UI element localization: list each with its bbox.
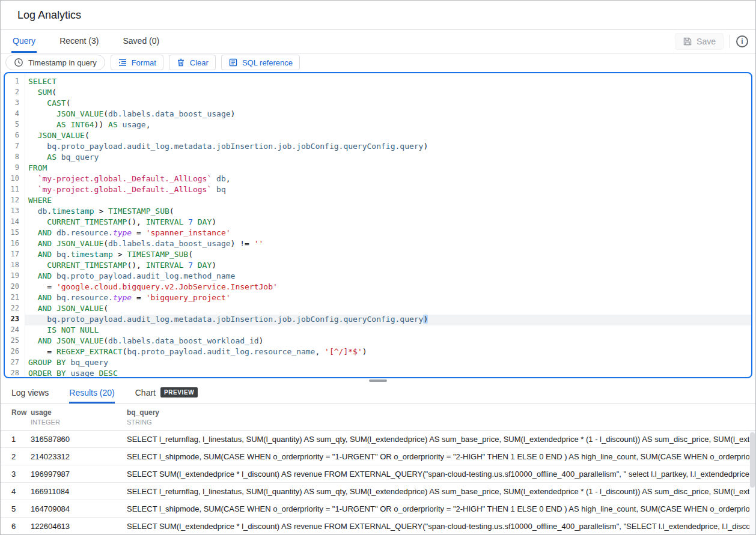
code-line[interactable]: AND bq.timestamp > TIMESTAMP_SUB( — [25, 250, 751, 261]
timestamp-in-query-chip[interactable]: Timestamp in query — [5, 55, 105, 70]
trash-icon — [176, 58, 186, 67]
code-line[interactable]: `my-project.global._Default._AllLogs` bq — [25, 185, 751, 196]
table-cell: 122604613 — [31, 522, 127, 531]
code-line[interactable]: AS bq_query — [25, 153, 751, 163]
tab-recent[interactable]: Recent (3) — [58, 30, 100, 53]
code-line[interactable]: JSON_VALUE(db.labels.data_boost_usage) — [25, 109, 751, 120]
code-line[interactable]: SELECT — [25, 77, 751, 88]
code-line[interactable]: db.timestamp > TIMESTAMP_SUB( — [25, 207, 751, 217]
table-cell: 214023312 — [31, 452, 127, 461]
code-line[interactable]: `my-project.global._Default._AllLogs` db… — [25, 174, 751, 185]
format-button[interactable]: Format — [111, 55, 163, 70]
column-header-usage[interactable]: usage INTEGER — [31, 404, 127, 430]
app-header: Log Analytics — [1, 1, 755, 30]
log-analytics-page: Log Analytics Query Recent (3) Saved (0)… — [0, 0, 756, 535]
save-icon — [683, 37, 692, 46]
results-scrollbar[interactable] — [749, 431, 755, 534]
table-row[interactable]: 1316587860SELECT l_returnflag, l_linesta… — [1, 431, 755, 448]
clock-icon — [14, 58, 23, 67]
format-button-label: Format — [132, 58, 156, 67]
column-type: STRING — [127, 419, 755, 426]
clear-button[interactable]: Clear — [169, 55, 216, 70]
table-row[interactable]: 2214023312SELECT l_shipmode, SUM(CASE WH… — [1, 448, 755, 465]
code-line[interactable]: = REGEXP_EXTRACT(bq.proto_payload.audit_… — [25, 347, 751, 358]
results-scrollbar-thumb[interactable] — [750, 432, 755, 488]
table-cell: 5 — [1, 504, 31, 513]
editor-gutter: 1234567891011121314151617181920212223242… — [5, 73, 25, 377]
code-line[interactable]: bq.proto_payload.audit_log.metadata.jobI… — [25, 315, 751, 325]
query-tabbar: Query Recent (3) Saved (0) Save i — [1, 30, 755, 53]
code-line[interactable]: GROUP BY bq_query — [25, 358, 751, 369]
code-line[interactable]: AS INT64)) AS usage, — [25, 120, 751, 131]
table-cell: 4 — [1, 487, 31, 496]
column-header-bq-query[interactable]: bq_query STRING — [127, 404, 755, 430]
preview-badge: PREVIEW — [160, 387, 198, 397]
code-line[interactable]: FROM — [25, 163, 751, 174]
code-line[interactable]: AND JSON_VALUE(db.labels.data_boost_usag… — [25, 239, 751, 250]
column-name: usage — [31, 408, 127, 417]
sql-editor[interactable]: 1234567891011121314151617181920212223242… — [4, 72, 752, 378]
table-cell: 166911084 — [31, 487, 127, 496]
code-line[interactable]: CAST( — [25, 98, 751, 109]
column-header-row[interactable]: Row — [1, 404, 31, 430]
column-name: bq_query — [127, 408, 755, 417]
query-tabs: Query Recent (3) Saved (0) — [11, 30, 160, 53]
tab-log-views[interactable]: Log views — [11, 383, 49, 404]
code-line[interactable]: AND bq.resource.type = 'bigquery_project… — [25, 293, 751, 304]
tabbar-actions: Save i — [675, 30, 749, 53]
tab-query[interactable]: Query — [11, 30, 37, 53]
sql-reference-button-label: SQL reference — [242, 58, 293, 67]
table-cell: SELECT l_shipmode, SUM(CASE WHEN o_order… — [127, 452, 755, 461]
query-toolbar: Timestamp in query Format Clear — [1, 53, 755, 71]
tab-results[interactable]: Results (20) — [69, 383, 114, 404]
table-cell: SELECT l_returnflag, l_linestatus, SUM(l… — [127, 487, 755, 496]
results-tabbar: Log views Results (20) Chart PREVIEW — [1, 383, 755, 404]
clear-button-label: Clear — [190, 58, 209, 67]
editor-resize-strip — [1, 378, 755, 383]
code-line[interactable]: AND JSON_VALUE( — [25, 304, 751, 315]
code-line[interactable]: AND bq.proto_payload.audit_log.method_na… — [25, 271, 751, 282]
code-line[interactable]: AND db.resource.type = 'spanner_instance… — [25, 228, 751, 239]
sql-reference-icon — [228, 58, 238, 67]
save-button-label: Save — [697, 37, 716, 46]
table-row[interactable]: 3196997987SELECT SUM(l_extendedprice * l… — [1, 465, 755, 483]
format-icon — [118, 58, 127, 67]
editor-resize-handle[interactable] — [369, 379, 387, 382]
results-table-header: Row usage INTEGER bq_query STRING — [1, 404, 755, 431]
save-button[interactable]: Save — [675, 33, 724, 50]
code-line[interactable]: JSON_VALUE( — [25, 131, 751, 142]
column-type: INTEGER — [31, 419, 127, 426]
table-cell: SELECT l_shipmode, SUM(CASE WHEN o_order… — [127, 504, 755, 513]
code-line[interactable]: ORDER BY usage DESC — [25, 369, 751, 377]
table-cell: 3 — [1, 470, 31, 479]
column-name: Row — [11, 408, 31, 417]
code-line[interactable]: bq.proto_payload.audit_log.metadata.jobI… — [25, 142, 751, 153]
table-cell: 1 — [1, 435, 31, 444]
table-row[interactable]: 4166911084SELECT l_returnflag, l_linesta… — [1, 483, 755, 500]
sql-reference-button[interactable]: SQL reference — [221, 55, 300, 70]
results-table-rows: 1316587860SELECT l_returnflag, l_linesta… — [1, 431, 755, 534]
editor-code[interactable]: SELECT SUM( CAST( JSON_VALUE(db.labels.d… — [25, 73, 751, 377]
timestamp-chip-label: Timestamp in query — [28, 58, 97, 67]
tab-chart[interactable]: Chart PREVIEW — [135, 383, 198, 404]
tab-saved[interactable]: Saved (0) — [121, 30, 160, 53]
table-cell: 316587860 — [31, 435, 127, 444]
divider — [730, 35, 730, 48]
table-cell: SELECT SUM(l_extendedprice * l_discount)… — [127, 522, 755, 531]
tab-chart-label: Chart — [135, 388, 156, 397]
code-line[interactable]: CURRENT_TIMESTAMP(), INTERVAL 7 DAY) — [25, 261, 751, 271]
code-line[interactable]: CURRENT_TIMESTAMP(), INTERVAL 7 DAY) — [25, 217, 751, 228]
table-row[interactable]: 5164709084SELECT l_shipmode, SUM(CASE WH… — [1, 500, 755, 518]
code-line[interactable]: AND JSON_VALUE(db.labels.data_boost_work… — [25, 336, 751, 347]
table-row[interactable]: 6122604613SELECT SUM(l_extendedprice * l… — [1, 518, 755, 534]
code-line[interactable]: SUM( — [25, 88, 751, 98]
code-line[interactable]: = 'google.cloud.bigquery.v2.JobService.I… — [25, 282, 751, 293]
code-line[interactable]: WHERE — [25, 196, 751, 207]
table-cell: 164709084 — [31, 504, 127, 513]
code-line[interactable]: IS NOT NULL — [25, 325, 751, 336]
results-table: Row usage INTEGER bq_query STRING 131658… — [1, 404, 755, 534]
table-cell: 2 — [1, 452, 31, 461]
table-cell: SELECT l_returnflag, l_linestatus, SUM(l… — [127, 435, 755, 444]
info-icon[interactable]: i — [736, 35, 748, 47]
page-title: Log Analytics — [17, 9, 81, 22]
